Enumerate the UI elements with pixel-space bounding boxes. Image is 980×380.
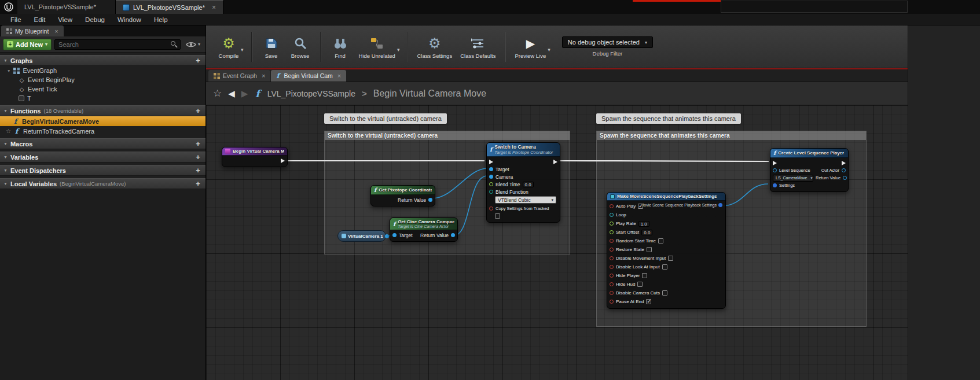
blend-function-dropdown[interactable]: VTBlend Cubic ▾ [495,196,556,204]
compile-button[interactable]: ⚙ Compile [214,34,243,60]
auto-play-checkbox[interactable] [638,204,643,209]
blend-time-pin[interactable] [489,182,493,186]
settings-pin[interactable] [773,183,777,187]
class-defaults-button[interactable]: Class Defaults [456,34,500,60]
class-settings-button[interactable]: ⚙ Class Settings [413,34,456,60]
tab-event-graph[interactable]: Event Graph × [208,70,270,82]
back-arrow-icon[interactable]: ◀ [228,88,235,99]
functions-section-header[interactable]: ▼ Functions (18 Overridable) + [0,105,205,116]
tree-item-event-beginplay[interactable]: ◇ Event BeginPlay [0,75,205,84]
exec-out-pin[interactable] [842,161,846,165]
asset-tab-level[interactable]: LVL_PixotopeVSSample* [17,0,116,14]
add-function-button[interactable]: + [194,106,202,115]
browse-button[interactable]: Browse [286,34,315,60]
preview-live-button[interactable]: ▶ Preview Live [511,34,550,60]
tab-my-blueprint[interactable]: My Blueprint × [1,25,64,36]
node-make-playback-settings[interactable]: Make MovieSceneSequencePlaybackSettings … [607,192,726,309]
hide-unrelated-button[interactable]: Hide Unrelated [355,34,399,60]
level-sequence-pin[interactable] [773,168,777,172]
settings-out-pin[interactable] [718,203,722,207]
restore-state-checkbox[interactable] [647,247,652,252]
auto-play-pin[interactable] [610,204,614,208]
start-offset-input[interactable]: 0.0 [641,230,652,235]
menu-debug[interactable]: Debug [79,15,111,24]
hide-hud-pin[interactable] [610,282,614,286]
search-input[interactable] [55,41,180,48]
add-new-button[interactable]: + Add New ▾ [3,39,52,50]
restore-state-pin[interactable] [610,248,614,252]
hide-player-checkbox[interactable] [642,273,647,278]
target-pin[interactable] [392,233,397,237]
asset-tab-level-active[interactable]: LVL_PixotopeVSSample* × [116,0,223,14]
disable-look-at-input-pin[interactable] [610,265,614,269]
copy-settings-checkbox[interactable] [495,213,500,219]
local-variables-section-header[interactable]: ▼ Local Variables (BeginVirtualCameraMov… [0,178,205,189]
blend-function-pin[interactable] [489,190,493,194]
menu-window[interactable]: Window [112,15,147,24]
start-offset-pin[interactable] [610,230,614,234]
tree-item-eventgraph[interactable]: ▼ EventGraph [0,66,205,75]
exec-in-pin[interactable] [489,160,493,164]
variable-out-pin[interactable] [385,234,389,238]
disable-camera-cuts-pin[interactable] [610,291,614,295]
find-button[interactable]: Find [326,34,355,60]
add-macro-button[interactable]: + [194,139,202,148]
comment-bubble[interactable]: Switch to the virtual (untracked) camera [324,113,447,124]
pause-at-end-checkbox[interactable] [646,299,651,304]
out-actor-pin[interactable] [842,168,846,172]
close-icon[interactable]: × [54,28,58,35]
add-graph-button[interactable]: + [194,56,202,65]
comment-bubble[interactable]: Spawn the sequence that animates this ca… [596,113,741,124]
node-create-level-sequence-player[interactable]: f Create Level Sequence Player Level Seq… [770,148,849,192]
close-icon[interactable]: × [212,3,216,12]
tab-begin-virtual-cam[interactable]: f Begin Virtual Cam × [271,70,346,82]
pause-at-end-pin[interactable] [610,300,614,304]
node-begin-virtual-camera-move[interactable]: Begin Virtual Camera Move [222,147,288,167]
return-value-pin[interactable] [843,176,847,180]
return-value-pin[interactable] [451,233,455,237]
favorite-star-icon[interactable]: ☆ [213,87,222,99]
macros-section-header[interactable]: ▼ Macros + [0,138,205,149]
forward-arrow-icon[interactable]: ▶ [241,88,248,99]
add-local-variable-button[interactable]: + [194,179,202,188]
exec-in-pin[interactable] [773,161,777,165]
menu-view[interactable]: View [52,15,78,24]
expand-icon[interactable]: ▼ [7,69,10,73]
menu-help[interactable]: Help [148,15,174,24]
play-rate-input[interactable]: 1.0 [638,221,649,227]
exec-out-pin[interactable] [281,158,285,163]
disable-look-at-input-checkbox[interactable] [662,264,667,270]
exec-out-pin[interactable] [553,160,557,164]
debug-object-dropdown[interactable]: No debug object selected ▾ [562,36,653,48]
variables-section-header[interactable]: ▼ Variables + [0,152,205,163]
function-begin-virtual-camera-move[interactable]: f BeginVirtualCameraMove [0,116,205,126]
menu-file[interactable]: File [5,15,27,24]
hide-player-pin[interactable] [610,274,614,278]
disable-movement-input-pin[interactable] [610,256,614,260]
camera-pin[interactable] [489,175,493,179]
close-icon[interactable]: × [337,72,341,79]
event-dispatchers-section-header[interactable]: ▼ Event Dispatchers + [0,165,205,176]
graph-canvas[interactable]: Switch to the virtual (untracked) camera… [206,105,980,380]
save-button[interactable]: Save [257,34,286,60]
disable-camera-cuts-checkbox[interactable] [662,290,667,296]
add-variable-button[interactable]: + [194,153,202,161]
breadcrumb-root[interactable]: LVL_PixotopeVSSample [267,89,355,98]
copy-settings-pin[interactable] [489,206,493,211]
comment-title[interactable]: Spawn the sequence that animates this ca… [597,131,866,140]
node-switch-to-camera[interactable]: f Switch to Camera Target is Pixotope Co… [486,142,560,223]
disable-movement-input-checkbox[interactable] [668,256,673,261]
node-get-cine-camera-component[interactable]: f Get Cine Camera Component Target is Ci… [390,217,458,242]
loop-pin[interactable] [610,213,614,217]
random-start-time-checkbox[interactable] [658,238,663,244]
tree-item-input-t[interactable]: T [0,94,205,103]
comment-title[interactable]: Switch to the virtual (untracked) camera [325,131,570,140]
level-sequence-asset-dropdown[interactable]: LS_CameraMove... ▾ [773,175,813,182]
tree-item-event-tick[interactable]: ◇ Event Tick [0,84,205,94]
return-value-pin[interactable] [428,198,432,202]
node-get-pixotope-coordinator[interactable]: f Get Pixotope Coordinator Return Value [370,185,435,206]
hide-hud-checkbox[interactable] [637,282,643,287]
blend-time-input[interactable]: 0.0 [523,182,534,187]
function-return-to-tracked-camera[interactable]: ☆ f ReturnToTrackedCamera [0,126,205,136]
close-icon[interactable]: × [262,72,265,79]
